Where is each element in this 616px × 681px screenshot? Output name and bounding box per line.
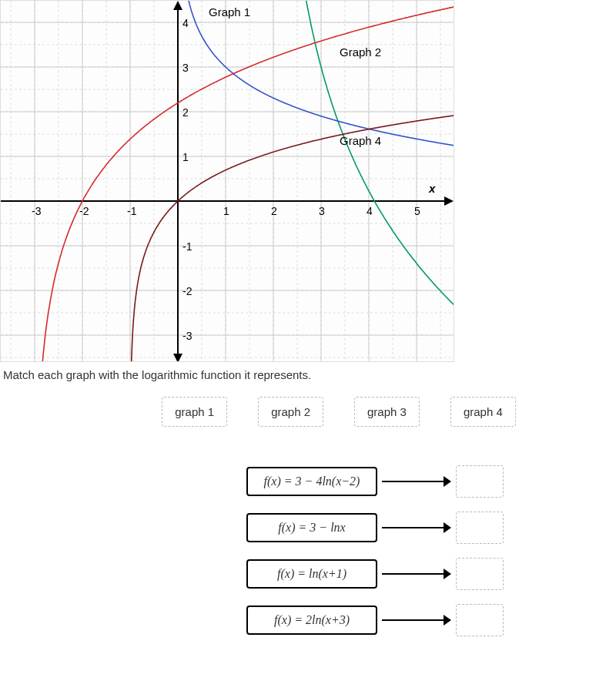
instruction-text: Match each graph with the logarithmic fu… xyxy=(0,362,616,397)
ytick: 1 xyxy=(182,151,189,163)
graph-svg: -3 -2 -1 1 2 3 4 5 4 3 2 1 -1 -2 -3 xyxy=(1,1,454,362)
drag-tile-graph3[interactable]: graph 3 xyxy=(354,397,420,427)
arrow-icon xyxy=(382,474,451,489)
function-box-1: f(x) = 3 − 4ln(x−2) xyxy=(246,467,377,496)
ytick: -3 xyxy=(182,330,192,342)
xtick: -3 xyxy=(32,205,42,217)
graph-label-1: Graph 1 xyxy=(209,5,250,18)
match-row: f(x) = 3 − 4ln(x−2) xyxy=(246,465,616,498)
function-box-2: f(x) = 3 − lnx xyxy=(246,513,377,542)
xtick: 4 xyxy=(367,205,373,217)
function-box-3: f(x) = ln(x+1) xyxy=(246,559,377,589)
xtick: 2 xyxy=(271,205,277,217)
match-rows: f(x) = 3 − 4ln(x−2) f(x) = 3 − lnx f(x) … xyxy=(246,465,616,636)
arrow-icon xyxy=(382,612,451,628)
ytick: 2 xyxy=(182,106,189,119)
graph-label-4: Graph 4 xyxy=(340,134,381,147)
drop-zone-3[interactable] xyxy=(456,558,504,590)
drop-zone-2[interactable] xyxy=(456,512,504,544)
ytick: 4 xyxy=(182,17,189,29)
svg-marker-50 xyxy=(444,196,454,206)
drop-zone-1[interactable] xyxy=(456,465,504,498)
drag-tile-graph2[interactable]: graph 2 xyxy=(258,397,323,427)
ytick: -2 xyxy=(182,285,192,297)
svg-marker-51 xyxy=(173,1,182,10)
graph-label-2: Graph 2 xyxy=(340,45,381,59)
graph-plot: -3 -2 -1 1 2 3 4 5 4 3 2 1 -1 -2 -3 Grap… xyxy=(0,0,454,362)
arrow-icon xyxy=(382,520,451,535)
match-row: f(x) = 2ln(x+3) xyxy=(246,604,616,636)
draggable-row: graph 1 graph 2 graph 3 graph 4 xyxy=(62,397,616,427)
x-axis-label: x xyxy=(429,182,435,195)
xtick: -2 xyxy=(79,205,89,217)
ytick: -1 xyxy=(182,240,192,253)
curve-graph-4 xyxy=(35,7,454,362)
curve-graph-3 xyxy=(130,116,454,362)
ytick: 3 xyxy=(182,62,189,74)
match-row: f(x) = ln(x+1) xyxy=(246,558,616,590)
match-row: f(x) = 3 − lnx xyxy=(246,512,616,544)
xtick: -1 xyxy=(127,205,137,217)
arrow-icon xyxy=(382,566,451,582)
drag-tile-graph4[interactable]: graph 4 xyxy=(450,397,516,427)
drop-zone-4[interactable] xyxy=(456,604,504,636)
function-box-4: f(x) = 2ln(x+3) xyxy=(246,606,377,635)
xtick: 3 xyxy=(319,205,325,217)
xtick: 5 xyxy=(414,205,420,217)
xtick: 1 xyxy=(223,205,229,217)
drag-tile-graph1[interactable]: graph 1 xyxy=(162,397,227,427)
